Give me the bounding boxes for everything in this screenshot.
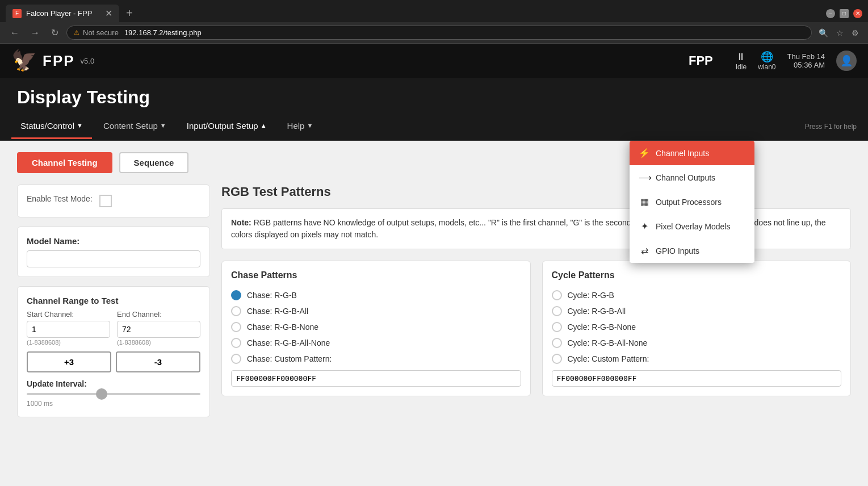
page-title: Display Testing (17, 87, 150, 107)
chase-rgb-all-none-item[interactable]: Chase: R-G-B-All-None (231, 335, 521, 351)
browser-actions: 🔍 ☆ ⚙ (816, 27, 861, 39)
channel-range-grid: Start Channel: (1-8388608) End Channel: … (27, 310, 200, 346)
dropdown-channel-inputs-label: Channel Inputs (656, 149, 709, 158)
cycle-custom-input[interactable] (552, 370, 842, 387)
lock-icon: ⚠ (74, 29, 79, 36)
cycle-custom-item[interactable]: Cycle: Custom Pattern: (552, 351, 842, 367)
chase-rgb-item[interactable]: Chase: R-G-B (231, 287, 521, 303)
model-name-card: Model Name: -- All Channels -- ▼ (17, 227, 210, 277)
nav-menu: Status/Control ▼ Content Setup ▼ Input/O… (11, 114, 322, 139)
dropdown-pixel-overlay[interactable]: ✦ Pixel Overlay Models (630, 214, 754, 238)
tab-channel-testing[interactable]: Channel Testing (17, 152, 112, 173)
window-minimize[interactable]: – (826, 9, 835, 18)
new-tab-button[interactable]: + (121, 5, 137, 22)
start-channel-input[interactable] (27, 321, 110, 338)
nav-status-control[interactable]: Status/Control ▼ (11, 114, 92, 139)
dropdown-output-processors[interactable]: ▦ Output Processors (630, 190, 754, 214)
browser-tab[interactable]: F Falcon Player - FPP ✕ (6, 5, 119, 22)
chase-custom-input[interactable] (231, 370, 521, 387)
close-tab-button[interactable]: ✕ (105, 8, 112, 19)
dropdown-channel-outputs-label: Channel Outputs (656, 173, 715, 182)
window-close[interactable]: ✕ (853, 9, 862, 18)
cycle-rgb-none-radio[interactable] (552, 322, 562, 332)
logo-fpp-text: FPP (43, 52, 75, 70)
url-input[interactable]: ⚠ Not secure 192.168.7.2/testing.php (66, 26, 812, 40)
back-button[interactable]: ← (7, 27, 23, 39)
enable-test-label: Enable Test Mode: (27, 194, 93, 203)
nav-help-arrow: ▼ (307, 122, 313, 129)
forward-button[interactable]: → (27, 27, 43, 39)
bookmark-button[interactable]: ☆ (834, 27, 846, 39)
zoom-button[interactable]: 🔍 (816, 27, 831, 39)
cycle-rgb-all-none-item[interactable]: Cycle: R-G-B-All-None (552, 335, 842, 351)
chase-custom-radio[interactable] (231, 354, 241, 364)
cycle-rgb-none-item[interactable]: Cycle: R-G-B-None (552, 319, 842, 335)
cycle-rgb-all-none-label: Cycle: R-G-B-All-None (568, 338, 648, 347)
tab-bar: F Falcon Player - FPP ✕ + – □ ✕ (0, 0, 868, 22)
nav-help[interactable]: Help ▼ (278, 114, 322, 139)
update-interval-slider[interactable] (27, 393, 200, 395)
channel-range-label: Channel Range to Test (27, 296, 200, 305)
nav-io-label: Input/Output Setup (187, 121, 258, 131)
enable-test-mode-row: Enable Test Mode: (27, 194, 200, 208)
nav-content-setup[interactable]: Content Setup ▼ (94, 114, 175, 139)
cycle-rgb-all-item[interactable]: Cycle: R-G-B-All (552, 303, 842, 319)
chase-rgb-none-item[interactable]: Chase: R-G-B-None (231, 319, 521, 335)
end-channel-field: End Channel: (1-8388608) (117, 310, 200, 346)
extensions-button[interactable]: ⚙ (849, 27, 861, 39)
dropdown-gpio-inputs[interactable]: ⇄ GPIO Inputs (630, 238, 754, 263)
cycle-rgb-all-label: Cycle: R-G-B-All (568, 307, 626, 316)
patterns-grid: Chase Patterns Chase: R-G-B Chase: R-G-B… (221, 261, 851, 396)
chase-custom-item[interactable]: Chase: Custom Pattern: (231, 351, 521, 367)
dropdown-channel-outputs[interactable]: ⟶ Channel Outputs (630, 165, 754, 190)
nav-status-label: Status/Control (20, 121, 74, 131)
rgb-section-title: RGB Test Patterns (221, 185, 851, 199)
cycle-rgb-item[interactable]: Cycle: R-G-B (552, 287, 842, 303)
reload-button[interactable]: ↻ (48, 26, 62, 39)
plus-step-button[interactable]: +3 (27, 351, 111, 372)
header-right: FPP ⏸ Idle 🌐 wlan0 Thu Feb 14 05:36 AM 👤 (689, 51, 857, 71)
minus-step-button[interactable]: -3 (116, 351, 200, 372)
cycle-rgb-all-radio[interactable] (552, 306, 562, 316)
chase-rgb-radio[interactable] (231, 290, 241, 300)
nav-status-arrow: ▼ (77, 122, 83, 129)
model-name-select[interactable]: -- All Channels -- ▼ (27, 250, 200, 267)
fpp-header-title: FPP (689, 53, 713, 68)
idle-icon: ⏸ (736, 51, 746, 63)
chase-rgb-all-radio[interactable] (231, 306, 241, 316)
chase-rgb-all-none-label: Chase: R-G-B-All-None (247, 338, 330, 347)
app-header: 🦅 FPP v5.0 FPP ⏸ Idle 🌐 wlan0 Thu Feb 14… (0, 44, 868, 78)
cycle-rgb-label: Cycle: R-G-B (568, 291, 614, 300)
logo-version: v5.0 (81, 57, 95, 65)
dropdown-channel-inputs[interactable]: ⚡ Channel Inputs (630, 141, 754, 165)
slider-value-label: 1000 ms (27, 400, 200, 408)
tab-sequence[interactable]: Sequence (119, 152, 189, 173)
dropdown-output-processors-label: Output Processors (656, 198, 722, 207)
start-channel-hint: (1-8388608) (27, 339, 110, 346)
end-channel-label: End Channel: (117, 310, 200, 319)
chase-custom-label: Chase: Custom Pattern: (247, 354, 332, 363)
nav-help-label: Help (287, 121, 305, 131)
note-bold: Note: (231, 218, 251, 227)
chase-rgb-none-radio[interactable] (231, 322, 241, 332)
tab-title: Falcon Player - FPP (26, 9, 92, 18)
cycle-rgb-radio[interactable] (552, 290, 562, 300)
update-interval-label: Update Interval: (27, 379, 200, 388)
chase-rgb-all-item[interactable]: Chase: R-G-B-All (231, 303, 521, 319)
user-avatar[interactable]: 👤 (836, 51, 857, 71)
status-network: 🌐 wlan0 (758, 51, 775, 71)
chase-rgb-all-none-radio[interactable] (231, 338, 241, 348)
cycle-rgb-all-none-radio[interactable] (552, 338, 562, 348)
cycle-custom-radio[interactable] (552, 354, 562, 364)
channel-range-card: Channel Range to Test Start Channel: (1-… (17, 286, 210, 417)
model-name-label: Model Name: (27, 236, 200, 246)
chase-rgb-none-label: Chase: R-G-B-None (247, 322, 318, 332)
right-panel: RGB Test Patterns Note: RGB patterns hav… (221, 185, 851, 426)
channel-inputs-icon: ⚡ (639, 148, 650, 158)
step-buttons: +3 -3 (27, 351, 200, 372)
end-channel-input[interactable] (117, 321, 200, 338)
cycle-patterns-section: Cycle Patterns Cycle: R-G-B Cycle: R-G-B… (542, 261, 852, 396)
nav-io-setup[interactable]: Input/Output Setup ▲ (178, 114, 276, 139)
window-maximize[interactable]: □ (840, 9, 849, 18)
enable-test-checkbox[interactable] (99, 195, 112, 207)
